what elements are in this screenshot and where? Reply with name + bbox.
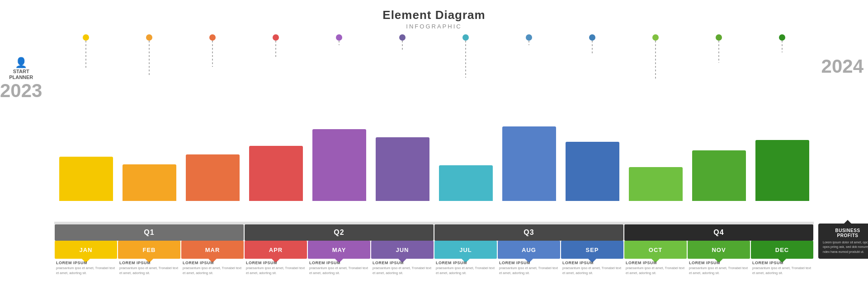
bar-col-aug — [497, 42, 561, 201]
year-2023: 2023 — [0, 81, 42, 100]
dot-jun — [399, 34, 406, 41]
person-icon: 👤 — [15, 57, 27, 68]
bar-nov — [692, 150, 746, 201]
text-label-5: LOREM IPSUM — [373, 261, 404, 265]
start-planner-label: STARTPLANNER — [0, 69, 42, 80]
text-body-11: praesantum ipso et amet, Tronabel text e… — [752, 266, 812, 275]
text-col-4: LOREM IPSUMpraesantum ipso et amet, Tron… — [307, 259, 371, 289]
month-may: MAY — [308, 241, 370, 259]
text-label-3: LOREM IPSUM — [246, 261, 277, 265]
month-feb: FEB — [118, 241, 180, 259]
bar-col-feb — [118, 42, 181, 201]
business-title: BUSINESSPROFITS — [823, 228, 868, 238]
text-col-11: LOREM IPSUMpraesantum ipso et amet, Tron… — [750, 259, 814, 289]
bar-col-nov — [687, 42, 750, 201]
dot-may — [336, 34, 342, 41]
year-2024: 2024 — [821, 57, 863, 76]
dot-sep — [589, 34, 595, 41]
bar-col-jan — [54, 42, 118, 201]
chart-area: 👤 STARTPLANNER 2023 2024 Q1 Q2 Q3 Q4 JAN… — [54, 34, 814, 289]
bar-apr — [249, 146, 303, 201]
month-apr: APR — [245, 241, 307, 259]
bar-aug — [502, 126, 556, 201]
text-col-5: LOREM IPSUMpraesantum ipso et amet, Tron… — [371, 259, 434, 289]
dot-dec — [779, 34, 785, 41]
text-body-7: praesantum ipso et amet, Tronabel text e… — [499, 266, 559, 275]
text-label-10: LOREM IPSUM — [689, 261, 720, 265]
dot-aug — [526, 34, 532, 41]
text-body-2: praesantum ipso et amet, Tronabel text e… — [183, 266, 242, 275]
bar-col-apr — [244, 42, 307, 201]
quarter-q3: Q3 — [434, 224, 623, 241]
text-label-6: LOREM IPSUM — [436, 261, 467, 265]
text-label-2: LOREM IPSUM — [183, 261, 214, 265]
header-subtitle: INFOGRAPHIC — [382, 23, 485, 30]
dot-jul — [462, 34, 469, 41]
quarter-q1: Q1 — [55, 224, 244, 241]
bar-col-may — [307, 42, 371, 201]
dot-jan — [83, 34, 89, 41]
header-title: Element Diagram — [382, 8, 485, 22]
text-col-6: LOREM IPSUMpraesantum ipso et amet, Tron… — [434, 259, 497, 289]
text-body-10: praesantum ipso et amet, Tronabel text e… — [689, 266, 749, 275]
side-label-right: 2024 — [821, 57, 863, 76]
bar-may — [312, 129, 366, 201]
month-aug: AUG — [498, 241, 560, 259]
bar-feb — [123, 164, 176, 201]
month-row: JANFEBMARAPRMAYJUNJULAUGSEPOCTNOVDEC — [54, 241, 814, 259]
text-label-11: LOREM IPSUM — [752, 261, 783, 265]
quarter-q4: Q4 — [624, 224, 813, 241]
side-label-left: 👤 STARTPLANNER 2023 — [0, 57, 42, 100]
text-body-6: praesantum ipso et amet, Tronabel text e… — [436, 266, 495, 275]
text-col-9: LOREM IPSUMpraesantum ipso et amet, Tron… — [624, 259, 687, 289]
dot-apr — [273, 34, 279, 41]
month-nov: NOV — [688, 241, 750, 259]
bar-mar — [186, 154, 240, 201]
text-col-3: LOREM IPSUMpraesantum ipso et amet, Tron… — [244, 259, 307, 289]
dot-mar — [209, 34, 216, 41]
main-container: Element Diagram INFOGRAPHIC 👤 STARTPLANN… — [0, 0, 868, 289]
month-sep: SEP — [561, 241, 623, 259]
text-body-9: praesantum ipso et amet, Tronabel text e… — [626, 266, 685, 275]
quarter-q2: Q2 — [245, 224, 434, 241]
text-label-1: LOREM IPSUM — [119, 261, 151, 265]
text-col-10: LOREM IPSUMpraesantum ipso et amet, Tron… — [687, 259, 750, 289]
text-body-1: praesantum ipso et amet, Tronabel text e… — [119, 266, 179, 275]
text-label-8: LOREM IPSUM — [562, 261, 594, 265]
dot-oct — [652, 34, 659, 41]
bar-jun — [376, 137, 429, 201]
text-label-4: LOREM IPSUM — [309, 261, 340, 265]
business-profits-box: BUSINESSPROFITS Lorem ipsum dolor sit am… — [818, 224, 868, 259]
text-col-7: LOREM IPSUMpraesantum ipso et amet, Tron… — [497, 259, 561, 289]
bar-col-jul — [434, 42, 497, 201]
text-label-7: LOREM IPSUM — [499, 261, 530, 265]
month-jul: JUL — [434, 241, 497, 259]
business-text: Lorem ipsum dolor sit amet, opctue opos … — [823, 240, 868, 255]
bar-oct — [629, 167, 683, 201]
text-col-1: LOREM IPSUMpraesantum ipso et amet, Tron… — [118, 259, 181, 289]
bars-area — [54, 42, 814, 201]
text-body-0: praesantum ipso et amet, Tronabel text e… — [56, 266, 116, 275]
text-col-2: LOREM IPSUMpraesantum ipso et amet, Tron… — [181, 259, 244, 289]
text-body-3: praesantum ipso et amet, Tronabel text e… — [246, 266, 306, 275]
text-col-8: LOREM IPSUMpraesantum ipso et amet, Tron… — [561, 259, 624, 289]
dot-nov — [716, 34, 722, 41]
bar-col-dec — [750, 42, 814, 201]
text-body-5: praesantum ipso et amet, Tronabel text e… — [373, 266, 432, 275]
bar-col-jun — [371, 42, 434, 201]
header: Element Diagram INFOGRAPHIC — [382, 0, 485, 30]
bar-jan — [59, 157, 113, 201]
bar-jul — [439, 165, 493, 201]
text-label-9: LOREM IPSUM — [626, 261, 657, 265]
month-oct: OCT — [624, 241, 687, 259]
quarter-row: Q1 Q2 Q3 Q4 — [54, 224, 814, 241]
month-jun: JUN — [371, 241, 434, 259]
dot-feb — [146, 34, 152, 41]
month-dec: DEC — [751, 241, 813, 259]
bar-col-sep — [561, 42, 624, 201]
month-jan: JAN — [55, 241, 117, 259]
bar-col-oct — [624, 42, 687, 201]
text-col-0: LOREM IPSUMpraesantum ipso et amet, Tron… — [54, 259, 118, 289]
month-mar: MAR — [181, 241, 244, 259]
text-body-4: praesantum ipso et amet, Tronabel text e… — [309, 266, 369, 275]
